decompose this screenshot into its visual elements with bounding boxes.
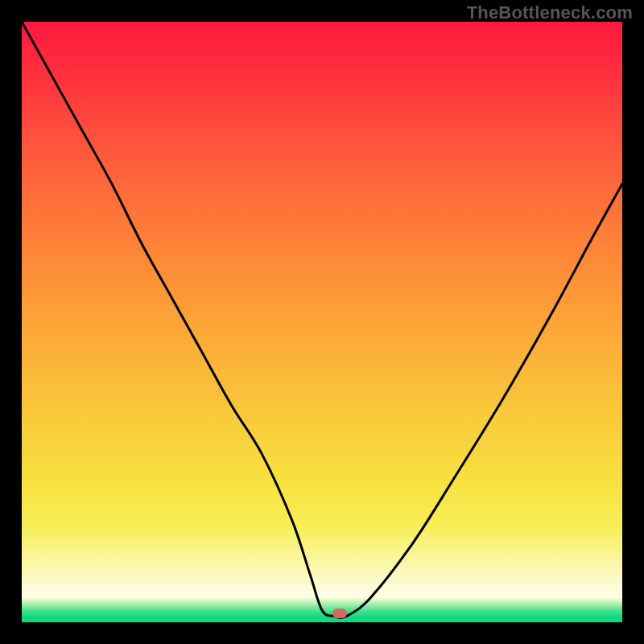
optimal-point-marker <box>332 609 347 618</box>
plot-area <box>22 22 622 622</box>
bottleneck-curve <box>22 22 622 622</box>
watermark-text: TheBottleneck.com <box>467 2 633 23</box>
curve-path <box>22 22 622 618</box>
chart-frame: TheBottleneck.com <box>0 0 644 644</box>
